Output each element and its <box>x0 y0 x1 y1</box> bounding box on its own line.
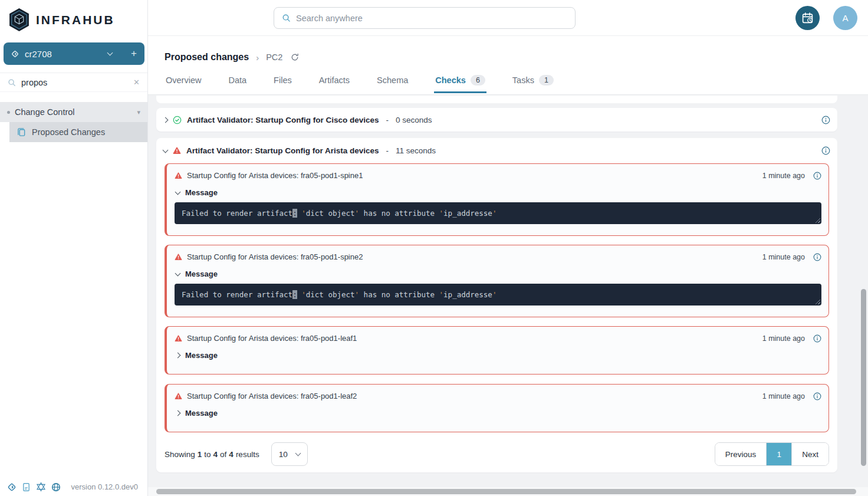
error-warning-icon <box>175 254 182 261</box>
tab-bar: Overview Data Files Artifacts Schema Che… <box>165 74 868 93</box>
global-search-input[interactable] <box>296 14 567 23</box>
page-size-select[interactable]: 10 <box>271 442 308 466</box>
horizontal-scrollbar[interactable] <box>148 487 868 496</box>
success-check-icon <box>173 116 182 124</box>
chevron-down-icon[interactable] <box>163 147 169 153</box>
sidebar-search-input[interactable] <box>21 78 116 87</box>
info-icon[interactable] <box>821 116 830 124</box>
chevron-down-icon[interactable] <box>175 270 181 276</box>
message-toggle[interactable]: Message <box>175 351 821 360</box>
validator-name: Artifact Validator: Startup Config for C… <box>187 116 379 124</box>
validator-row-arista[interactable]: Artifact Validator: Startup Config for A… <box>156 138 837 163</box>
sidebar-search: ✕ <box>0 73 147 92</box>
tab-overview[interactable]: Overview <box>165 74 202 93</box>
dropdown-triangle-icon: ▾ <box>137 109 140 116</box>
check-card-spine2: Startup Config for Arista devices: fra05… <box>165 245 829 317</box>
chevron-down-icon[interactable] <box>175 189 181 195</box>
sidebar-group-label: Change Control <box>15 107 75 117</box>
search-icon <box>282 14 291 22</box>
message-toggle[interactable]: Message <box>175 409 821 418</box>
info-icon[interactable] <box>813 172 821 180</box>
infrahub-logo-icon <box>8 8 30 32</box>
chevron-right-icon[interactable] <box>175 353 181 359</box>
graphql-icon[interactable] <box>36 482 46 492</box>
breadcrumb: Proposed changes › PC2 <box>165 51 868 64</box>
check-title: Startup Config for Arista devices: fra05… <box>187 334 357 343</box>
app-version: version 0.12.0.dev0 <box>71 482 140 491</box>
branch-footer-icon[interactable] <box>7 482 17 492</box>
tab-artifacts[interactable]: Artifacts <box>318 74 351 93</box>
tab-schema[interactable]: Schema <box>376 74 409 93</box>
bullet-icon <box>7 111 10 114</box>
sidebar: INFRAHUB cr2708 + ✕ Change Control ▾ Pro… <box>0 0 148 496</box>
error-message-output[interactable]: Failed to render artifact: 'dict object'… <box>175 202 821 224</box>
resize-handle[interactable] <box>815 218 820 223</box>
app-logo-text: INFRAHUB <box>36 13 115 27</box>
info-icon[interactable] <box>813 334 821 343</box>
sidebar-group-change-control[interactable]: Change Control ▾ <box>0 102 147 122</box>
validator-duration: 11 seconds <box>396 146 436 155</box>
app-logo[interactable]: INFRAHUB <box>0 0 147 33</box>
vertical-scrollbar-thumb[interactable] <box>861 289 866 466</box>
pagination: Showing 1 to 4 of 4 results 10 Previous … <box>165 442 829 466</box>
error-warning-icon <box>175 172 182 179</box>
chevron-down-icon <box>107 50 113 56</box>
breadcrumb-current: PC2 <box>266 52 282 62</box>
separator: - <box>386 116 389 124</box>
check-card-leaf1: Startup Config for Arista devices: fra05… <box>165 326 829 375</box>
clear-search-icon[interactable]: ✕ <box>133 78 140 87</box>
docs-icon[interactable] <box>22 482 31 492</box>
tab-checks[interactable]: Checks 6 <box>434 74 486 93</box>
text-cursor: : <box>292 209 297 218</box>
tab-files[interactable]: Files <box>272 74 293 93</box>
error-message-output[interactable]: Failed to render artifact: 'dict object'… <box>175 284 821 306</box>
chevron-right-icon[interactable] <box>163 117 169 123</box>
page-title[interactable]: Proposed changes <box>165 52 249 63</box>
error-warning-icon <box>175 393 182 400</box>
page-1-button[interactable]: 1 <box>766 443 791 465</box>
previous-page-button[interactable]: Previous <box>715 443 767 465</box>
results-summary: Showing 1 to 4 of 4 results <box>165 450 259 459</box>
pager: Previous 1 Next <box>715 442 829 466</box>
tab-data[interactable]: Data <box>227 74 248 93</box>
calendar-clock-icon <box>801 12 814 24</box>
error-warning-icon <box>173 147 181 155</box>
horizontal-scrollbar-thumb[interactable] <box>156 489 856 494</box>
topbar: A <box>148 0 868 36</box>
check-timestamp: 1 minute ago <box>762 253 805 261</box>
refresh-icon[interactable] <box>291 53 299 61</box>
branch-icon <box>11 50 19 58</box>
chevron-right-icon[interactable] <box>175 410 181 416</box>
tab-tasks[interactable]: Tasks 1 <box>511 74 555 93</box>
validator-card-arista: Artifact Validator: Startup Config for A… <box>156 138 837 472</box>
tasks-count-badge: 1 <box>539 75 554 86</box>
info-icon[interactable] <box>813 392 821 400</box>
user-avatar[interactable]: A <box>833 6 857 30</box>
global-search <box>274 7 576 29</box>
check-timestamp: 1 minute ago <box>762 334 805 343</box>
schedule-button[interactable] <box>795 6 820 30</box>
check-timestamp: 1 minute ago <box>762 172 805 180</box>
info-icon[interactable] <box>813 253 821 261</box>
search-icon <box>8 78 16 87</box>
sidebar-item-proposed-changes[interactable]: Proposed Changes <box>9 122 147 142</box>
branch-selector[interactable]: cr2708 + <box>4 42 144 65</box>
check-timestamp: 1 minute ago <box>762 392 805 400</box>
sidebar-footer: version 0.12.0.dev0 <box>0 482 147 492</box>
validator-duration: 0 seconds <box>396 116 432 124</box>
add-branch-button[interactable]: + <box>131 48 137 60</box>
checks-panel: Artifact Validator: Startup Config for C… <box>148 95 868 496</box>
resize-handle[interactable] <box>815 299 820 304</box>
validator-row-cisco[interactable]: Artifact Validator: Startup Config for C… <box>156 108 837 132</box>
proposed-changes-icon <box>17 127 26 137</box>
next-page-button[interactable]: Next <box>791 443 828 465</box>
text-cursor: : <box>292 290 297 299</box>
validator-name: Artifact Validator: Startup Config for A… <box>186 146 379 155</box>
info-icon[interactable] <box>821 146 830 155</box>
branch-name: cr2708 <box>25 49 52 59</box>
message-toggle[interactable]: Message <box>175 270 821 278</box>
message-toggle[interactable]: Message <box>175 188 821 197</box>
separator: - <box>386 146 389 155</box>
openapi-icon[interactable] <box>51 482 61 492</box>
error-warning-icon <box>175 335 182 342</box>
